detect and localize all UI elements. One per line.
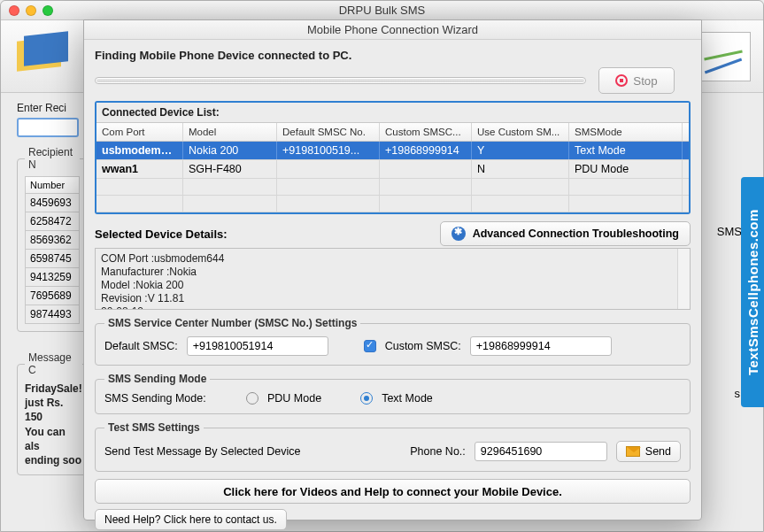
connected-device-list: Connected Device List: Com Port Model De… — [95, 101, 691, 214]
selected-device-details-label: Selected Device Details: — [95, 227, 431, 241]
advanced-troubleshooting-label: Advanced Connection Troubleshooting — [473, 227, 679, 240]
text-mode-label: Text Mode — [382, 392, 433, 405]
number-row[interactable]: 6598745 — [25, 250, 80, 268]
number-row[interactable]: 9413259 — [25, 268, 80, 287]
test-phone-input[interactable] — [475, 442, 607, 461]
help-videos-button[interactable]: Click here for Videos and Help to connec… — [95, 479, 691, 504]
watermark: TextSmsCellphones.com — [741, 177, 764, 407]
number-row[interactable]: 6258472 — [25, 212, 80, 231]
number-row[interactable]: 9874493 — [25, 305, 80, 324]
finding-label: Finding Mobile Phone Device connected to… — [95, 49, 691, 62]
main-titlebar: DRPU Bulk SMS — [1, 1, 763, 20]
cell-default-smsc — [277, 160, 380, 178]
cell-mode: PDU Mode — [569, 160, 683, 178]
envelope-icon — [13, 32, 75, 81]
smsc-legend: SMS Service Center Number (SMSC No.) Set… — [104, 317, 360, 329]
number-row[interactable]: 8569362 — [25, 231, 80, 250]
pdu-mode-label: PDU Mode — [267, 392, 321, 405]
test-legend: Test SMS Settings — [104, 421, 204, 434]
message-legend: Message C — [25, 351, 82, 376]
sms-sending-mode-fieldset: SMS Sending Mode SMS Sending Mode: PDU M… — [95, 373, 691, 414]
col-default-smsc[interactable]: Default SMSC No. — [277, 123, 380, 141]
col-custom-smsc[interactable]: Custom SMSC... — [380, 123, 472, 141]
default-smsc-label: Default SMSC: — [104, 340, 178, 352]
mode-legend: SMS Sending Mode — [104, 373, 210, 385]
sms-label-right: SMS — [717, 225, 742, 238]
message-fieldset: Message C FridaySale! just Rs. 150 You c… — [17, 351, 90, 475]
col-use-custom[interactable]: Use Custom SM... — [472, 123, 569, 141]
cell-default-smsc: +9198100519... — [277, 142, 380, 159]
col-smsmode[interactable]: SMSMode — [569, 123, 683, 141]
device-row-empty — [96, 196, 689, 212]
recipients-fieldset: Recipient N Number 8459693 6258472 85693… — [17, 146, 88, 332]
cell-mode: Text Mode — [569, 142, 683, 159]
cell-comport: usbmodem644 — [96, 142, 183, 159]
cell-custom-smsc: +19868999914 — [380, 142, 472, 159]
scan-progress — [95, 77, 586, 84]
send-test-button[interactable]: Send — [616, 441, 681, 462]
test-label: Send Test Message By Selected Device — [104, 445, 401, 458]
recipients-legend: Recipient N — [25, 146, 80, 171]
smsc-settings-fieldset: SMS Service Center Number (SMSC No.) Set… — [95, 317, 691, 366]
message-text: FridaySale! just Rs. 150 You can als end… — [25, 382, 82, 467]
cell-model: SGH-F480 — [183, 160, 277, 178]
cell-custom-smsc — [380, 160, 472, 178]
mail-icon — [626, 446, 640, 457]
custom-smsc-label: Custom SMSC: — [385, 340, 461, 352]
device-details-text: COM Port :usbmodem644 Manufacturer :Noki… — [101, 252, 684, 310]
gear-icon — [451, 227, 466, 241]
stop-label: Stop — [633, 74, 657, 88]
main-title: DRPU Bulk SMS — [1, 4, 763, 17]
device-row[interactable]: usbmodem644 Nokia 200 +9198100519... +19… — [96, 142, 689, 160]
cell-comport: wwan1 — [96, 160, 183, 178]
mode-label: SMS Sending Mode: — [104, 392, 237, 405]
number-row[interactable]: 7695689 — [25, 287, 80, 305]
contact-us-button[interactable]: Need Help? Click here to contact us. — [95, 509, 287, 530]
chart-icon — [698, 32, 751, 81]
number-row[interactable]: 8459693 — [25, 194, 80, 212]
device-row[interactable]: wwan1 SGH-F480 N PDU Mode — [96, 160, 689, 179]
connection-wizard-dialog: Mobile Phone Connection Wizard Finding M… — [83, 19, 702, 520]
col-model[interactable]: Model — [183, 123, 277, 141]
text-mode-radio[interactable] — [360, 392, 373, 405]
pdu-mode-radio[interactable] — [246, 392, 259, 405]
dialog-title: Mobile Phone Connection Wizard — [84, 20, 701, 40]
cell-model: Nokia 200 — [183, 142, 277, 159]
test-sms-fieldset: Test SMS Settings Send Test Message By S… — [95, 421, 691, 472]
details-scrollbar[interactable] — [677, 249, 690, 309]
custom-smsc-input[interactable] — [470, 336, 612, 356]
advanced-troubleshooting-button[interactable]: Advanced Connection Troubleshooting — [440, 221, 691, 246]
cell-use-custom: Y — [472, 142, 569, 159]
number-column-header: Number — [25, 176, 80, 194]
recipients-input[interactable] — [17, 118, 79, 137]
connected-device-list-label: Connected Device List: — [96, 103, 689, 122]
cell-use-custom: N — [472, 160, 569, 178]
custom-smsc-checkbox[interactable] — [364, 340, 376, 352]
device-grid: Com Port Model Default SMSC No. Custom S… — [96, 122, 689, 212]
grid-header: Com Port Model Default SMSC No. Custom S… — [96, 122, 689, 142]
send-label: Send — [645, 445, 671, 458]
s-label-right: s — [735, 387, 741, 400]
phone-no-label: Phone No.: — [410, 445, 466, 458]
selected-device-details[interactable]: COM Port :usbmodem644 Manufacturer :Noki… — [95, 248, 691, 310]
stop-button[interactable]: Stop — [598, 67, 675, 94]
stop-icon — [615, 74, 628, 87]
default-smsc-input[interactable] — [187, 336, 328, 356]
device-row-empty — [96, 179, 689, 196]
col-comport[interactable]: Com Port — [96, 123, 183, 141]
